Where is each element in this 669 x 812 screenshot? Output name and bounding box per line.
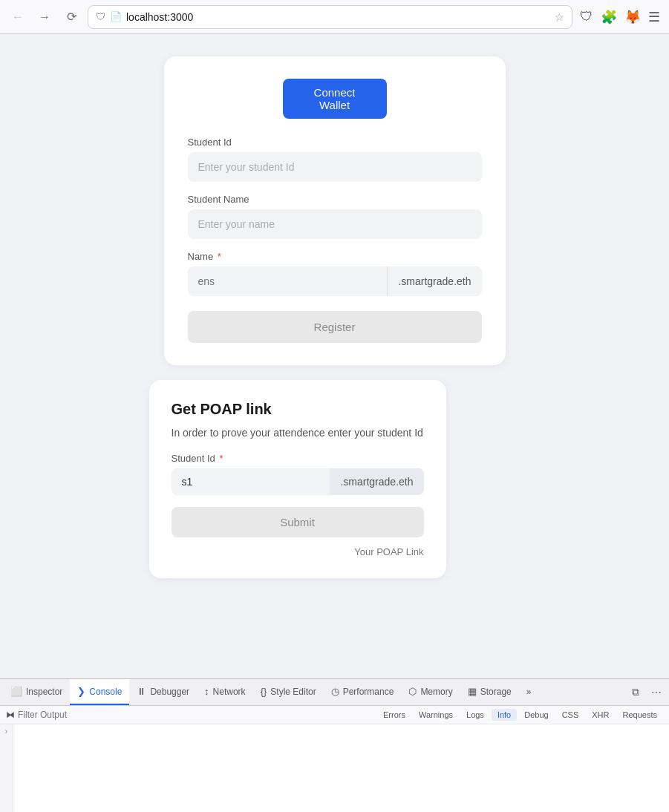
student-name-input[interactable] xyxy=(188,209,482,239)
address-bar: 🛡 📄 localhost:3000 ☆ xyxy=(88,5,572,29)
filter-logs-button[interactable]: Logs xyxy=(460,709,490,721)
required-asterisk: * xyxy=(215,251,221,262)
style-editor-icon: {} xyxy=(261,686,267,697)
devtools-content: › xyxy=(0,724,669,812)
devtools-overflow-button[interactable]: ⋯ xyxy=(647,684,666,701)
ens-suffix: .smartgrade.eth xyxy=(387,266,481,296)
filter-errors-button[interactable]: Errors xyxy=(377,709,411,721)
poap-title: Get POAP link xyxy=(172,401,424,418)
poap-card: Get POAP link In order to prove your att… xyxy=(149,380,446,578)
back-button[interactable]: ← xyxy=(7,7,28,27)
poap-description: In order to prove your attendence enter … xyxy=(172,425,424,441)
connect-wallet-button[interactable]: Connect Wallet xyxy=(283,79,387,119)
network-label: Network xyxy=(213,687,246,697)
devtools-sidebar: › xyxy=(0,724,13,812)
filter-debug-button[interactable]: Debug xyxy=(518,709,554,721)
devtools-undock-button[interactable]: ⧉ xyxy=(627,683,644,701)
filter-requests-button[interactable]: Requests xyxy=(617,709,663,721)
inspector-icon: ⬜ xyxy=(10,686,22,697)
filter-warnings-button[interactable]: Warnings xyxy=(413,709,459,721)
ens-name-label: Name * xyxy=(188,251,482,262)
poap-student-id-input[interactable] xyxy=(172,468,330,495)
performance-label: Performance xyxy=(343,687,394,697)
filter-info-button[interactable]: Info xyxy=(492,709,517,721)
register-button[interactable]: Register xyxy=(188,311,482,343)
tab-inspector[interactable]: ⬜ Inspector xyxy=(3,679,70,705)
shield-icon: 🛡 xyxy=(96,11,105,22)
student-id-label: Student Id xyxy=(188,137,482,148)
tab-storage[interactable]: ▦ Storage xyxy=(460,679,519,705)
poap-link-label: Your POAP Link xyxy=(172,546,424,557)
storage-label: Storage xyxy=(480,687,512,697)
metamask-icon[interactable]: 🦊 xyxy=(623,7,642,27)
url-display: localhost:3000 xyxy=(126,11,550,23)
extensions-icon[interactable]: 🧩 xyxy=(599,7,619,27)
tab-memory[interactable]: ⬡ Memory xyxy=(401,679,460,705)
console-toolbar: ⧓ Errors Warnings Logs Info Debug CSS XH… xyxy=(0,706,669,724)
forward-button[interactable]: → xyxy=(34,7,55,27)
poap-student-id-wrapper: .smartgrade.eth xyxy=(172,468,424,495)
console-output-area[interactable] xyxy=(13,724,669,812)
network-icon: ↕ xyxy=(204,686,209,697)
console-label: Console xyxy=(89,687,122,697)
pocket-icon[interactable]: 🛡 xyxy=(578,7,595,26)
student-id-input[interactable] xyxy=(188,152,482,182)
debugger-icon: ⏸ xyxy=(137,686,146,697)
filter-css-button[interactable]: CSS xyxy=(556,709,585,721)
devtools-panel: ⬜ Inspector ❯ Console ⏸ Debugger ↕ Netwo… xyxy=(0,678,669,812)
sidebar-chevron-icon: › xyxy=(5,727,7,736)
main-content: Connect Wallet Student Id Student Name N… xyxy=(0,34,669,678)
poap-student-id-suffix: .smartgrade.eth xyxy=(330,468,423,495)
console-icon: ❯ xyxy=(77,686,85,697)
ens-input[interactable] xyxy=(188,266,388,296)
devtools-actions: ⧉ ⋯ xyxy=(627,683,666,701)
storage-icon: ▦ xyxy=(468,686,477,697)
ens-input-wrapper: .smartgrade.eth xyxy=(188,266,482,296)
inspector-label: Inspector xyxy=(26,687,62,697)
devtools-tabs: ⬜ Inspector ❯ Console ⏸ Debugger ↕ Netwo… xyxy=(0,679,669,706)
performance-icon: ◷ xyxy=(331,686,339,697)
filter-xhr-button[interactable]: XHR xyxy=(586,709,615,721)
page-icon: 📄 xyxy=(110,11,122,22)
memory-icon: ⬡ xyxy=(408,686,417,697)
bookmark-icon[interactable]: ☆ xyxy=(555,11,564,23)
poap-student-id-label: Student Id * xyxy=(172,453,424,464)
memory-label: Memory xyxy=(420,687,452,697)
browser-toolbar: 🛡 🧩 🦊 ☰ xyxy=(578,7,662,27)
menu-icon[interactable]: ☰ xyxy=(647,7,662,27)
tab-network[interactable]: ↕ Network xyxy=(197,679,253,705)
registration-card: Connect Wallet Student Id Student Name N… xyxy=(164,56,506,365)
tab-performance[interactable]: ◷ Performance xyxy=(324,679,402,705)
debugger-label: Debugger xyxy=(150,687,189,697)
style-editor-label: Style Editor xyxy=(270,687,316,697)
filter-icon: ⧓ xyxy=(6,710,15,720)
tab-style-editor[interactable]: {} Style Editor xyxy=(253,679,324,705)
browser-chrome: ← → ⟳ 🛡 📄 localhost:3000 ☆ 🛡 🧩 🦊 ☰ xyxy=(0,0,669,34)
console-filter-buttons: Errors Warnings Logs Info Debug CSS XHR … xyxy=(377,709,663,721)
submit-button[interactable]: Submit xyxy=(172,507,424,537)
student-name-label: Student Name xyxy=(188,194,482,205)
console-filter-input[interactable] xyxy=(18,710,374,720)
tab-console[interactable]: ❯ Console xyxy=(70,679,129,705)
more-icon: » xyxy=(526,687,532,697)
reload-button[interactable]: ⟳ xyxy=(61,7,82,27)
tab-debugger[interactable]: ⏸ Debugger xyxy=(129,679,197,705)
tab-more[interactable]: » xyxy=(519,679,539,705)
poap-required-asterisk: * xyxy=(217,453,223,464)
